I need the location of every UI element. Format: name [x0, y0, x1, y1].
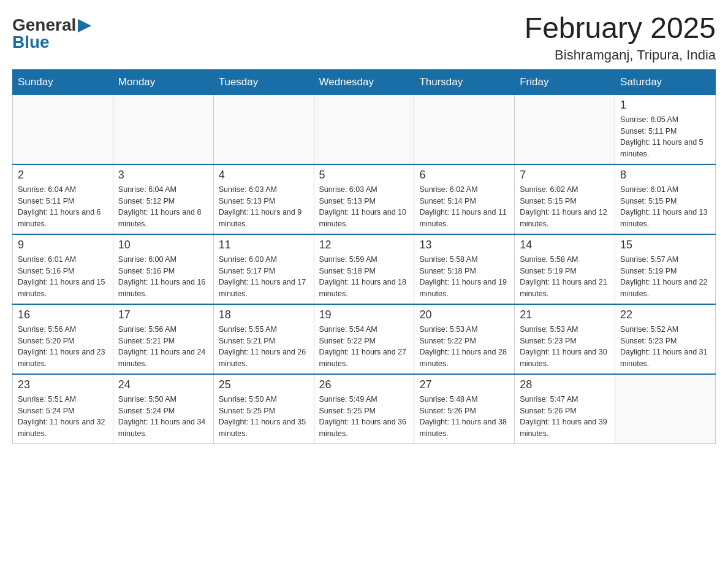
- logo-arrow-icon: [78, 19, 91, 33]
- day-number: 26: [319, 378, 409, 391]
- weekday-header-saturday: Saturday: [615, 69, 716, 94]
- calendar-cell: 21Sunrise: 5:53 AMSunset: 5:23 PMDayligh…: [515, 304, 615, 374]
- calendar-cell: 2Sunrise: 6:04 AMSunset: 5:11 PMDaylight…: [13, 164, 113, 234]
- day-number: 20: [419, 308, 509, 321]
- calendar-cell: [515, 94, 615, 164]
- day-number: 18: [219, 308, 309, 321]
- calendar-cell: 27Sunrise: 5:48 AMSunset: 5:26 PMDayligh…: [414, 374, 515, 444]
- day-number: 5: [319, 169, 409, 182]
- calendar-cell: [615, 374, 716, 444]
- day-number: 13: [419, 239, 509, 251]
- calendar-cell: [13, 94, 113, 164]
- calendar-cell: 15Sunrise: 5:57 AMSunset: 5:19 PMDayligh…: [615, 234, 716, 304]
- calendar-cell: 13Sunrise: 5:58 AMSunset: 5:18 PMDayligh…: [414, 234, 515, 304]
- day-info: Sunrise: 5:56 AMSunset: 5:21 PMDaylight:…: [118, 324, 208, 370]
- day-info: Sunrise: 5:50 AMSunset: 5:24 PMDaylight:…: [118, 394, 208, 440]
- calendar-cell: 6Sunrise: 6:02 AMSunset: 5:14 PMDaylight…: [414, 164, 515, 234]
- day-info: Sunrise: 5:55 AMSunset: 5:21 PMDaylight:…: [219, 324, 309, 370]
- day-number: 27: [419, 378, 509, 391]
- day-number: 25: [219, 378, 309, 391]
- day-info: Sunrise: 6:01 AMSunset: 5:16 PMDaylight:…: [18, 254, 108, 300]
- day-number: 16: [18, 308, 108, 321]
- day-number: 23: [18, 378, 108, 391]
- calendar-cell: 3Sunrise: 6:04 AMSunset: 5:12 PMDaylight…: [113, 164, 213, 234]
- day-info: Sunrise: 5:50 AMSunset: 5:25 PMDaylight:…: [219, 394, 309, 440]
- day-info: Sunrise: 5:51 AMSunset: 5:24 PMDaylight:…: [18, 394, 108, 440]
- calendar-cell: 12Sunrise: 5:59 AMSunset: 5:18 PMDayligh…: [314, 234, 414, 304]
- calendar-cell: 18Sunrise: 5:55 AMSunset: 5:21 PMDayligh…: [213, 304, 314, 374]
- calendar-cell: 1Sunrise: 6:05 AMSunset: 5:11 PMDaylight…: [615, 94, 716, 164]
- weekday-header-tuesday: Tuesday: [213, 69, 314, 94]
- calendar-cell: [314, 94, 414, 164]
- day-number: 4: [219, 169, 309, 182]
- day-number: 17: [118, 308, 208, 321]
- calendar-cell: 23Sunrise: 5:51 AMSunset: 5:24 PMDayligh…: [13, 374, 113, 444]
- calendar-week-row: 2Sunrise: 6:04 AMSunset: 5:11 PMDaylight…: [13, 164, 716, 234]
- day-number: 3: [118, 169, 208, 182]
- calendar-cell: 20Sunrise: 5:53 AMSunset: 5:22 PMDayligh…: [414, 304, 515, 374]
- day-info: Sunrise: 6:02 AMSunset: 5:14 PMDaylight:…: [419, 184, 509, 230]
- day-number: 2: [18, 169, 108, 182]
- calendar-cell: 8Sunrise: 6:01 AMSunset: 5:15 PMDaylight…: [615, 164, 716, 234]
- day-number: 15: [620, 239, 710, 251]
- day-info: Sunrise: 6:04 AMSunset: 5:12 PMDaylight:…: [118, 184, 208, 230]
- title-area: February 2025 Bishramganj, Tripura, Indi…: [525, 12, 716, 63]
- page-header: General Blue February 2025 Bishramganj, …: [12, 12, 716, 63]
- day-info: Sunrise: 5:56 AMSunset: 5:20 PMDaylight:…: [18, 324, 108, 370]
- calendar-cell: 14Sunrise: 5:58 AMSunset: 5:19 PMDayligh…: [515, 234, 615, 304]
- day-info: Sunrise: 5:52 AMSunset: 5:23 PMDaylight:…: [620, 324, 710, 370]
- calendar-cell: 17Sunrise: 5:56 AMSunset: 5:21 PMDayligh…: [113, 304, 213, 374]
- weekday-header-sunday: Sunday: [13, 69, 113, 94]
- day-info: Sunrise: 6:01 AMSunset: 5:15 PMDaylight:…: [620, 184, 710, 230]
- calendar-cell: [113, 94, 213, 164]
- weekday-header-thursday: Thursday: [414, 69, 515, 94]
- weekday-header-row: SundayMondayTuesdayWednesdayThursdayFrid…: [13, 69, 716, 94]
- logo-blue-text: Blue: [12, 33, 91, 52]
- day-number: 21: [520, 308, 610, 321]
- day-info: Sunrise: 5:49 AMSunset: 5:25 PMDaylight:…: [319, 394, 409, 440]
- day-info: Sunrise: 6:05 AMSunset: 5:11 PMDaylight:…: [620, 114, 710, 160]
- calendar-cell: 19Sunrise: 5:54 AMSunset: 5:22 PMDayligh…: [314, 304, 414, 374]
- calendar-cell: 26Sunrise: 5:49 AMSunset: 5:25 PMDayligh…: [314, 374, 414, 444]
- calendar-week-row: 16Sunrise: 5:56 AMSunset: 5:20 PMDayligh…: [13, 304, 716, 374]
- day-info: Sunrise: 5:57 AMSunset: 5:19 PMDaylight:…: [620, 254, 710, 300]
- calendar-cell: 10Sunrise: 6:00 AMSunset: 5:16 PMDayligh…: [113, 234, 213, 304]
- day-number: 19: [319, 308, 409, 321]
- day-info: Sunrise: 5:48 AMSunset: 5:26 PMDaylight:…: [419, 394, 509, 440]
- svg-marker-0: [78, 19, 91, 33]
- calendar-cell: 5Sunrise: 6:03 AMSunset: 5:13 PMDaylight…: [314, 164, 414, 234]
- calendar-week-row: 1Sunrise: 6:05 AMSunset: 5:11 PMDaylight…: [13, 94, 716, 164]
- calendar-cell: 4Sunrise: 6:03 AMSunset: 5:13 PMDaylight…: [213, 164, 314, 234]
- day-number: 14: [520, 239, 610, 251]
- calendar-cell: 28Sunrise: 5:47 AMSunset: 5:26 PMDayligh…: [515, 374, 615, 444]
- day-number: 28: [520, 378, 610, 391]
- day-info: Sunrise: 5:58 AMSunset: 5:19 PMDaylight:…: [520, 254, 610, 300]
- calendar-table: SundayMondayTuesdayWednesdayThursdayFrid…: [12, 69, 716, 444]
- day-info: Sunrise: 6:00 AMSunset: 5:16 PMDaylight:…: [118, 254, 208, 300]
- day-info: Sunrise: 5:53 AMSunset: 5:22 PMDaylight:…: [419, 324, 509, 370]
- day-number: 1: [620, 99, 710, 112]
- day-number: 8: [620, 169, 710, 182]
- day-number: 22: [620, 308, 710, 321]
- location-title: Bishramganj, Tripura, India: [525, 47, 716, 63]
- weekday-header-monday: Monday: [113, 69, 213, 94]
- calendar-week-row: 9Sunrise: 6:01 AMSunset: 5:16 PMDaylight…: [13, 234, 716, 304]
- day-number: 7: [520, 169, 610, 182]
- calendar-cell: 9Sunrise: 6:01 AMSunset: 5:16 PMDaylight…: [13, 234, 113, 304]
- weekday-header-wednesday: Wednesday: [314, 69, 414, 94]
- calendar-cell: [414, 94, 515, 164]
- calendar-cell: [213, 94, 314, 164]
- day-info: Sunrise: 6:02 AMSunset: 5:15 PMDaylight:…: [520, 184, 610, 230]
- calendar-cell: 7Sunrise: 6:02 AMSunset: 5:15 PMDaylight…: [515, 164, 615, 234]
- day-info: Sunrise: 5:59 AMSunset: 5:18 PMDaylight:…: [319, 254, 409, 300]
- day-info: Sunrise: 6:03 AMSunset: 5:13 PMDaylight:…: [319, 184, 409, 230]
- day-info: Sunrise: 5:47 AMSunset: 5:26 PMDaylight:…: [520, 394, 610, 440]
- weekday-header-friday: Friday: [515, 69, 615, 94]
- calendar-cell: 16Sunrise: 5:56 AMSunset: 5:20 PMDayligh…: [13, 304, 113, 374]
- day-info: Sunrise: 5:53 AMSunset: 5:23 PMDaylight:…: [520, 324, 610, 370]
- calendar-cell: 24Sunrise: 5:50 AMSunset: 5:24 PMDayligh…: [113, 374, 213, 444]
- day-number: 24: [118, 378, 208, 391]
- day-info: Sunrise: 6:03 AMSunset: 5:13 PMDaylight:…: [219, 184, 309, 230]
- day-info: Sunrise: 5:58 AMSunset: 5:18 PMDaylight:…: [419, 254, 509, 300]
- day-info: Sunrise: 6:04 AMSunset: 5:11 PMDaylight:…: [18, 184, 108, 230]
